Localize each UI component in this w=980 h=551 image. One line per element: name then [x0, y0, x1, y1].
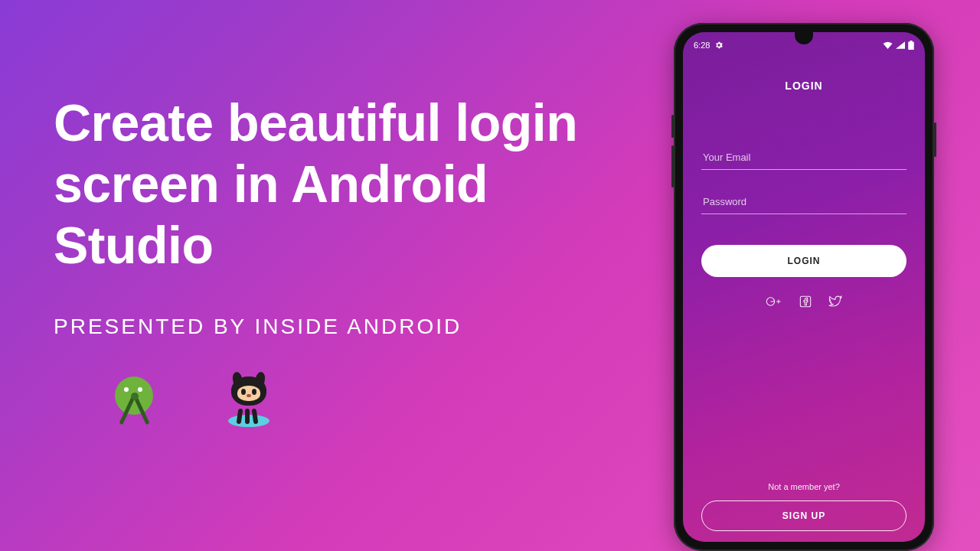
- signal-icon: [896, 41, 905, 49]
- twitter-icon[interactable]: [828, 295, 842, 308]
- promo-text-block: Create beautiful login screen in Android…: [54, 92, 605, 427]
- password-field[interactable]: [701, 190, 906, 214]
- signup-section: Not a member yet? SIGN UP: [701, 482, 906, 531]
- login-form: LOGIN: [701, 145, 906, 308]
- thumbnail-stage: Create beautiful login screen in Android…: [0, 0, 980, 551]
- login-button[interactable]: LOGIN: [701, 245, 906, 277]
- android-studio-icon: [107, 373, 161, 427]
- login-header: LOGIN: [701, 80, 906, 92]
- not-member-text: Not a member yet?: [701, 482, 906, 491]
- signup-button[interactable]: SIGN UP: [701, 500, 906, 531]
- gear-icon: [714, 41, 724, 50]
- login-app: LOGIN LOGIN Not a member yet? SIGN UP: [683, 52, 925, 542]
- promo-title: Create beautiful login screen in Android…: [54, 92, 605, 276]
- wifi-icon: [883, 41, 893, 49]
- phone-mockup: 6:28 LOGIN LOGIN: [674, 23, 934, 551]
- promo-icons: [54, 373, 605, 427]
- battery-icon: [908, 41, 914, 50]
- social-login-row: [701, 295, 906, 308]
- phone-screen: 6:28 LOGIN LOGIN: [683, 32, 925, 542]
- github-octocat-icon: [222, 373, 276, 427]
- facebook-icon[interactable]: [799, 295, 812, 308]
- google-plus-icon[interactable]: [766, 295, 782, 308]
- status-time: 6:28: [694, 41, 710, 50]
- email-field[interactable]: [701, 145, 906, 170]
- promo-subtitle: PRESENTED BY INSIDE ANDROID: [54, 315, 605, 339]
